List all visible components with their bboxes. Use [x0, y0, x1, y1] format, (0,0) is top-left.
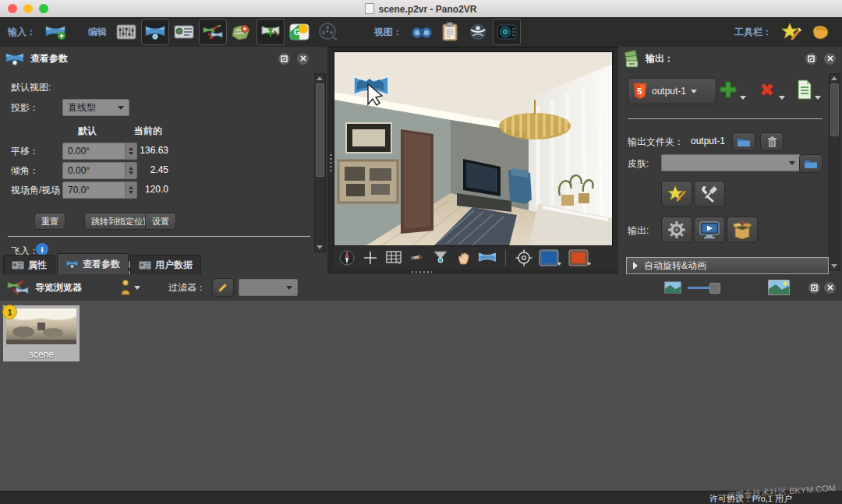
scrollbar-thumb[interactable] [830, 83, 839, 136]
input-group-label: 输入： [8, 26, 36, 39]
funnel-icon [433, 250, 448, 266]
output-panel-header: 输出： [618, 47, 842, 70]
current-column-header: 当前的 [134, 125, 162, 138]
auto-rotation-section[interactable]: 自动旋转&动画 [626, 257, 829, 274]
projection-reset-button[interactable] [477, 248, 497, 268]
chevron-down-icon [134, 286, 140, 290]
slider-handle[interactable] [709, 283, 720, 294]
folder-icon [737, 137, 751, 147]
find-button[interactable] [409, 19, 435, 44]
add-panorama-button[interactable] [42, 19, 69, 44]
filter-edit-button[interactable] [212, 278, 234, 297]
preview-toggle-button[interactable] [493, 19, 521, 45]
binoculars-icon [411, 24, 433, 40]
viewer-button[interactable] [141, 19, 169, 45]
properties-button[interactable] [113, 19, 140, 44]
skin-settings-button[interactable] [694, 181, 725, 207]
divider [505, 249, 506, 266]
plus-icon [718, 79, 738, 100]
hotspot-tool-button[interactable] [407, 248, 427, 268]
person-pin-icon [119, 280, 132, 295]
scroll-down-icon[interactable] [831, 264, 837, 268]
panorama-drag-overlay-icon [351, 73, 391, 111]
scroll-up-icon[interactable] [317, 76, 323, 80]
panorama-viewer-icon [5, 51, 25, 66]
tour-browser-panel: 导览浏览器 过滤器： [0, 274, 842, 491]
pan-label: 平移： [11, 145, 39, 158]
tab-user-data[interactable]: 用户数据 [130, 255, 201, 274]
browse-folder-button[interactable] [732, 132, 755, 151]
chevron-down-icon [691, 90, 697, 93]
float-panel-icon[interactable] [805, 53, 817, 65]
float-panel-icon[interactable] [278, 53, 290, 65]
map-button[interactable] [228, 19, 255, 44]
skin-editor-button[interactable] [778, 19, 805, 44]
viewing-parameters-header: 查看参数 [0, 47, 327, 70]
grid-button[interactable] [384, 248, 404, 268]
svg-text:5: 5 [637, 86, 642, 96]
card-icon [12, 261, 24, 270]
vertical-splitter[interactable] [330, 154, 332, 171]
filter-select[interactable] [239, 279, 298, 296]
edit-skin-button[interactable] [661, 181, 692, 207]
package-output-button[interactable] [727, 217, 758, 243]
scrollbar-thumb[interactable] [316, 83, 324, 177]
hand-tool-icon [809, 23, 830, 41]
close-panel-icon[interactable] [297, 53, 309, 65]
chevron-down-icon [740, 96, 746, 100]
close-panel-icon[interactable] [824, 282, 836, 294]
crosshair-button[interactable] [360, 248, 380, 268]
street-view-button[interactable]: G [286, 19, 313, 44]
float-panel-icon[interactable] [808, 282, 820, 294]
orange-swatch-icon [568, 249, 592, 266]
thumbnail-size-slider[interactable] [688, 282, 762, 293]
scroll-down-icon[interactable] [317, 245, 323, 249]
output-format-button[interactable]: 5 output-1 [628, 78, 716, 104]
skin-select[interactable] [661, 154, 801, 171]
panorama-preview[interactable] [334, 51, 613, 246]
north-compass-button[interactable] [337, 248, 357, 268]
filter-view-button[interactable] [430, 248, 451, 268]
status-bar: 许可协议：Pro,1 用户 @掘金技术社区 BKYM.COM [0, 491, 842, 504]
generate-and-open-button[interactable] [694, 217, 725, 243]
limits-swatch-button[interactable] [567, 248, 593, 268]
set-view-target-button[interactable] [514, 248, 534, 268]
close-panel-icon[interactable] [824, 53, 836, 65]
scene-thumbnail[interactable]: 1 scene [3, 305, 80, 361]
pan-tool-button[interactable] [454, 248, 474, 268]
hotspot-button[interactable] [256, 19, 285, 45]
output-panel-body: 5 output-1 输出文件夹： output-1 [618, 70, 842, 274]
tour-browser-content[interactable]: 1 scene 大帅老猿 [0, 301, 842, 491]
tour-browser-button[interactable] [199, 19, 227, 45]
trash-icon [767, 136, 777, 148]
horizontal-splitter[interactable] [412, 271, 432, 273]
animation-editor-button[interactable] [314, 19, 341, 44]
components-button[interactable] [806, 19, 833, 44]
pan-current-value: 136.63 [117, 145, 168, 156]
output-panel-scrollbar[interactable] [829, 73, 840, 271]
delete-output-button[interactable] [757, 79, 785, 100]
browse-skin-button[interactable] [799, 154, 823, 173]
scroll-up-icon[interactable] [831, 76, 837, 80]
panorama-map-button[interactable] [465, 19, 491, 44]
html5-icon: 5 [633, 83, 647, 100]
default-view-swatch-button[interactable] [537, 248, 564, 268]
tab-properties[interactable]: 属性 [3, 255, 55, 274]
hotspot-person-button[interactable] [119, 280, 140, 295]
output-settings-button[interactable] [661, 217, 692, 243]
tools-icon [699, 185, 720, 203]
tab-viewing-parameters[interactable]: 查看参数 [57, 253, 129, 274]
left-panel-scrollbar[interactable] [314, 73, 326, 252]
clear-folder-button[interactable] [760, 132, 784, 151]
set-button[interactable]: 设置 [145, 213, 176, 230]
user-data-button[interactable] [171, 19, 197, 44]
view-group-label: 视图： [374, 26, 402, 39]
projection-select[interactable]: 直线型 [62, 99, 129, 116]
template-output-button[interactable] [796, 79, 821, 100]
tools-group-label: 工具栏： [734, 26, 772, 39]
skin-editor-star-icon [667, 185, 687, 203]
project-notes-button[interactable] [437, 19, 463, 44]
reset-button[interactable]: 重置 [34, 213, 65, 230]
add-output-button[interactable] [718, 79, 746, 100]
panel-title: 导览浏览器 [35, 281, 82, 294]
